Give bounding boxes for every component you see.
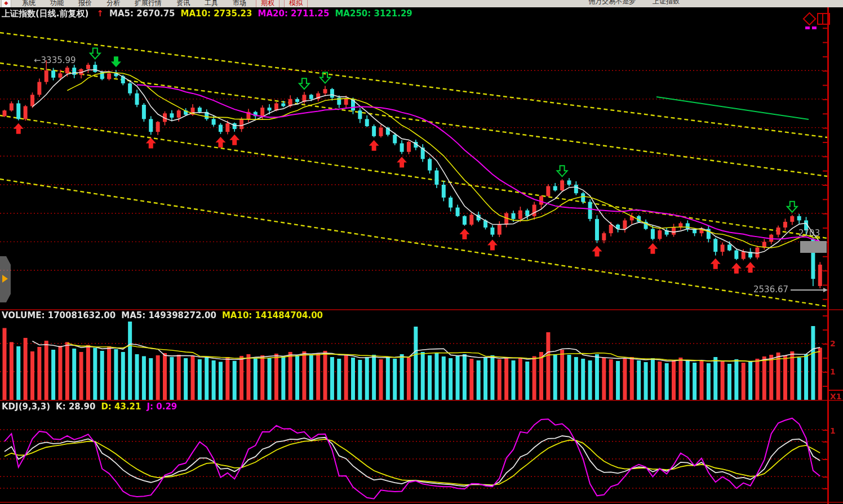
ma-values: MA5: 2670.75MA10: 2735.23MA20: 2711.25MA… (109, 8, 418, 19)
axis-tick-label: 1 (830, 426, 836, 435)
last-price-label: 2703 (798, 228, 820, 238)
window-layout-icon[interactable] (817, 13, 830, 25)
indicator-value: MA10: 2735.23 (181, 8, 252, 19)
indicator-value: MA5: 2670.75 (109, 8, 175, 19)
expand-arrow-icon (2, 275, 8, 283)
axis-tick-label: X1 (830, 392, 842, 401)
indicator-value: KDJ(9,3,3) (2, 402, 50, 412)
app-window: ◆ 系统功能报价分析扩展行情资讯工具市场期权模拟 佣万交易不是梦 上证指数 上证… (0, 0, 843, 504)
axis-tick-label: 2 (830, 339, 836, 348)
arrow-line (791, 289, 823, 291)
indicator-value: MA5: 149398272.00 (121, 310, 216, 320)
indicator-value: MA20: 2711.25 (258, 8, 329, 19)
bottom-price-label: 2536.67 (753, 284, 828, 295)
main-chart-header: 上证指数(日线.前复权)↑MA5: 2670.75MA10: 2735.23MA… (2, 8, 424, 19)
chart-title: 上证指数(日线.前复权) (2, 8, 88, 19)
indicator-value: MA10: 141484704.00 (222, 310, 323, 320)
magenta-dot-icon (805, 26, 810, 29)
bottom-price-text: 2536.67 (753, 284, 788, 295)
volume-header: VOLUME: 170081632.00MA5: 149398272.00MA1… (2, 310, 329, 320)
price-tag-box (800, 241, 827, 253)
indicator-value: J: 0.29 (147, 402, 178, 412)
arrow-head-icon (823, 288, 828, 292)
indicator-value: MA250: 3121.29 (335, 8, 412, 19)
peak-price-label: ←3335.99 (34, 55, 76, 65)
sidebar-expand-handle[interactable] (0, 256, 11, 302)
indicator-value: K: 28.90 (56, 402, 95, 412)
price-up-arrow-icon: ↑ (96, 8, 104, 19)
kdj-header: KDJ(9,3,3)K: 28.90D: 43.21J: 0.29 (2, 402, 183, 412)
indicator-value: VOLUME: 170081632.00 (2, 310, 116, 320)
price-chart-canvas[interactable] (0, 0, 843, 504)
magenta-dot-icon (812, 26, 817, 29)
window-layout-icon-divider (822, 14, 823, 24)
indicator-value: D: 43.21 (101, 402, 141, 412)
axis-tick-label: 1 (830, 367, 836, 376)
